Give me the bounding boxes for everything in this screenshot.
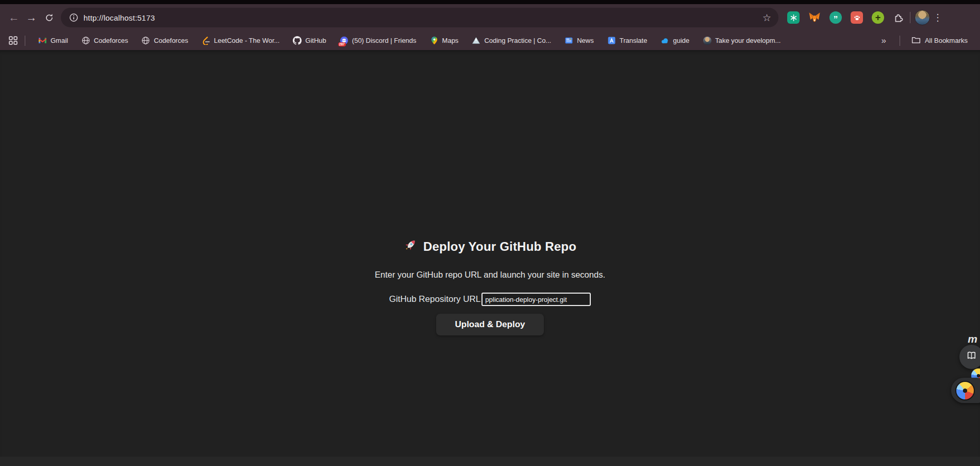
repo-url-row: GitHub Repository URL [0,293,980,306]
site-info-icon[interactable] [68,12,79,23]
tab-strip [0,0,980,4]
reload-icon[interactable] [40,9,58,26]
bookmarks-bar: Gmail Codeforces Codeforces LeetCode - T… [0,31,980,50]
quote-extension-icon[interactable]: ” [829,11,842,24]
bookmarks-overflow-icon[interactable]: » [874,36,893,46]
apps-grid-icon[interactable] [7,35,19,46]
web-page: Deploy Your GitHub Repo Enter your GitHu… [0,50,980,466]
bookmark-item-leetcode[interactable]: LeetCode - The Wor... [195,34,286,47]
address-bar[interactable]: http://localhost:5173 ☆ [61,8,778,27]
person-avatar-icon [703,36,711,45]
assistant-pinwheel-button[interactable] [951,378,980,403]
bookmark-label: LeetCode - The Wor... [214,37,279,44]
bookmark-item-gmail[interactable]: Gmail [31,34,75,47]
news-icon [564,36,573,45]
mountain-icon [472,36,480,45]
bookmark-label: guide [673,37,689,44]
puzzle-extensions-icon[interactable] [892,11,906,24]
repo-url-label: GitHub Repository URL [389,294,481,304]
all-bookmarks-button[interactable]: All Bookmarks [906,33,973,48]
bookmark-item-news[interactable]: News [558,34,601,47]
m-logo-partial: m [968,333,977,345]
book-icon [966,350,977,364]
bookmark-label: Codeforces [154,37,188,44]
rocket-icon [404,238,418,255]
forward-icon[interactable]: → [23,9,40,26]
maps-pin-icon [430,36,439,45]
profile-avatar[interactable] [915,10,930,25]
chrome-menu-icon[interactable]: ⋮ [930,12,945,23]
globe-icon [141,36,150,45]
plus-extension-icon[interactable]: + [871,11,885,24]
page-title: Deploy Your GitHub Repo [0,238,980,255]
url-text[interactable]: http://localhost:5173 [84,13,155,22]
discord-icon: 287 [340,36,348,45]
leetcode-icon [202,36,210,45]
github-icon [293,36,302,45]
globe-icon [81,36,90,45]
bookmark-item-coding-practice[interactable]: Coding Practice | Co... [465,34,558,47]
back-icon[interactable]: ← [5,9,23,26]
reader-book-button[interactable] [959,345,980,369]
bookmark-item-discord[interactable]: 287 (50) Discord | Friends [333,34,423,47]
bookmark-item-codeforces-1[interactable]: Codeforces [75,34,135,47]
all-bookmarks-label: All Bookmarks [925,37,968,44]
bookmark-item-guide[interactable]: guide [654,34,696,47]
chatgpt-extension-icon[interactable] [787,11,800,24]
bookmark-label: Coding Practice | Co... [484,37,551,44]
gmail-icon [38,36,47,45]
page-subtitle: Enter your GitHub repo URL and launch yo… [0,270,980,280]
page-title-text: Deploy Your GitHub Repo [423,239,576,254]
bookmark-item-maps[interactable]: Maps [423,34,466,47]
bookmark-label: GitHub [305,37,326,44]
bookmarks-separator [900,36,900,46]
bookmark-label: Maps [442,37,459,44]
upload-deploy-button[interactable]: Upload & Deploy [436,314,543,335]
extensions-row: ” + [787,11,906,24]
deploy-app-content: Deploy Your GitHub Repo Enter your GitHu… [0,50,980,335]
cloud-icon [660,36,669,45]
translate-icon [607,36,616,45]
discord-unread-badge: 287 [338,42,346,47]
bookmark-label: (50) Discord | Friends [352,37,417,44]
bottom-strip [0,457,980,466]
bookmark-item-translate[interactable]: Translate [601,34,654,47]
bookmark-label: Translate [620,37,647,44]
bookmark-label: Gmail [51,37,68,44]
paw-extension-icon[interactable] [850,11,863,24]
bookmarks-right-cluster: » All Bookmarks [874,33,973,48]
folder-icon [911,35,921,46]
bookmarks-separator [25,36,25,46]
toolbar-separator [910,12,910,23]
bookmark-item-github[interactable]: GitHub [286,34,333,47]
bookmark-star-icon[interactable]: ☆ [762,12,771,24]
bookmark-item-take-your-development[interactable]: Take your developm... [696,34,787,47]
repo-url-input[interactable] [481,293,591,306]
metamask-extension-icon[interactable] [808,11,821,24]
colorful-pinwheel-icon [955,381,975,400]
bookmark-item-codeforces-2[interactable]: Codeforces [135,34,194,47]
bookmark-label: Take your developm... [715,37,780,44]
bookmark-label: News [577,37,594,44]
bookmark-label: Codeforces [94,37,128,44]
browser-toolbar: ← → http://localhost:5173 ☆ ” [0,4,980,31]
